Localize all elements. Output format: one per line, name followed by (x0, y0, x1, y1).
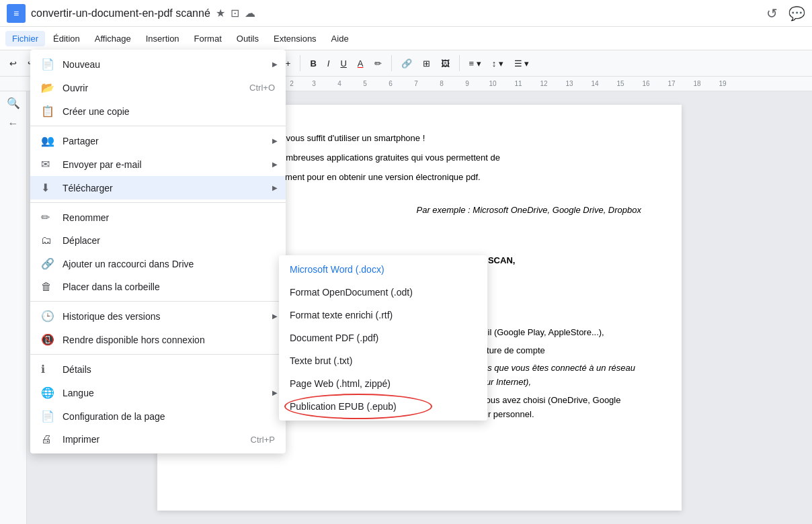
menu-imprimer[interactable]: 🖨 Imprimer Ctrl+P (30, 428, 286, 451)
corbeille-icon: 🗑 (41, 281, 54, 293)
toolbar-italic-button[interactable]: I (323, 56, 334, 71)
menu-affichage[interactable]: Affichage (88, 31, 138, 46)
toolbar-comment[interactable]: ⊞ (419, 56, 434, 71)
copie-icon: 📋 (41, 105, 54, 118)
divider3 (30, 301, 286, 302)
document-title: convertir-un-document-en-pdf scanné (31, 7, 210, 19)
menu-raccourci-drive[interactable]: 🔗 Ajouter un raccourci dans Drive (30, 252, 286, 275)
menu-insertion[interactable]: Insertion (139, 31, 186, 46)
renommer-icon: ✏ (41, 211, 54, 224)
menu-historique[interactable]: 🕒 Historique des versions (30, 304, 286, 328)
menu-envoyer-email[interactable]: ✉ Envoyer par e-mail (30, 152, 286, 176)
divider2 (30, 202, 286, 203)
toolbar-undo[interactable]: ↩ (5, 56, 21, 71)
menu-renommer[interactable]: ✏ Renommer (30, 206, 286, 229)
menu-outils[interactable]: Outils (230, 31, 266, 46)
toolbar-image[interactable]: 🖼 (437, 56, 454, 71)
menu-details[interactable]: ℹ Détails (30, 357, 286, 381)
fichier-dropdown: 📄 Nouveau 📂 Ouvrir Ctrl+O 📋 Créer une co… (30, 50, 286, 453)
deplacer-icon: 🗂 (41, 234, 54, 247)
toolbar-lists[interactable]: ☰ ▾ (510, 56, 534, 71)
submenu-txt[interactable]: Texte brut (.txt) (279, 349, 487, 372)
menu-format[interactable]: Format (188, 31, 229, 46)
menu-extensions[interactable]: Extensions (267, 31, 323, 46)
menu-creer-copie[interactable]: 📋 Créer une copie (30, 99, 286, 123)
sidebar-left: 🔍 ← (0, 91, 27, 524)
toolbar-align[interactable]: ≡ ▾ (465, 56, 485, 71)
comments-icon[interactable]: 💬 (788, 5, 805, 21)
telecharger-submenu: Microsoft Word (.docx) Format OpenDocume… (279, 255, 487, 421)
top-bar: ≡ convertir-un-document-en-pdf scanné ★ … (0, 0, 812, 27)
toolbar-highlight[interactable]: ✏ (370, 56, 386, 71)
menu-fichier[interactable]: Fichier (5, 31, 45, 46)
menu-ouvrir[interactable]: 📂 Ouvrir Ctrl+O (30, 76, 286, 99)
submenu-epub[interactable]: Publication EPUB (.epub) (279, 395, 487, 418)
imprimer-icon: 🖨 (41, 433, 54, 445)
top-right-actions: ↺ 💬 (766, 5, 805, 21)
search-icon[interactable]: 🔍 (7, 97, 20, 110)
sep4 (300, 55, 300, 71)
download-icon: ⬇ (41, 181, 54, 194)
cloud-icon[interactable]: ☁ (245, 7, 255, 19)
toolbar-bold-button[interactable]: B (306, 56, 320, 71)
submenu-rtf[interactable]: Format texte enrichi (.rtf) (279, 304, 487, 326)
menu-partager[interactable]: 👥 Partager (30, 129, 286, 152)
menu-bar: Fichier Édition Affichage Insertion Form… (0, 27, 812, 50)
menu-nouveau[interactable]: 📄 Nouveau (30, 52, 286, 76)
toolbar-font-color[interactable]: A (354, 56, 368, 71)
app-icon: ≡ (7, 4, 26, 23)
submenu-word[interactable]: Microsoft Word (.docx) (279, 258, 487, 281)
toolbar-underline-button[interactable]: U (336, 56, 350, 71)
divider4 (30, 354, 286, 355)
history-icon[interactable]: ↺ (766, 5, 778, 21)
historique-icon: 🕒 (41, 310, 54, 322)
toolbar-line-spacing[interactable]: ↕ ▾ (488, 56, 508, 71)
menu-corbeille[interactable]: 🗑 Placer dans la corbeille (30, 275, 286, 298)
star-icon[interactable]: ★ (216, 7, 225, 19)
raccourci-icon: 🔗 (41, 257, 54, 270)
menu-edition[interactable]: Édition (46, 31, 87, 46)
menu-telecharger[interactable]: ⬇ Télécharger (30, 176, 286, 200)
submenu-html[interactable]: Page Web (.html, zippé) (279, 372, 487, 395)
menu-aide[interactable]: Aide (325, 31, 356, 46)
partager-icon: 👥 (41, 134, 54, 147)
menu-langue[interactable]: 🌐 Langue (30, 381, 286, 404)
menu-hors-connexion[interactable]: 📵 Rendre disponible hors connexion (30, 328, 286, 351)
sep5 (391, 55, 392, 71)
sep6 (459, 55, 460, 71)
config-icon: 📄 (41, 410, 54, 423)
ouvrir-icon: 📂 (41, 81, 54, 94)
submenu-odt[interactable]: Format OpenDocument (.odt) (279, 281, 487, 304)
menu-deplacer[interactable]: 🗂 Déplacer (30, 229, 286, 252)
divider1 (30, 126, 286, 126)
details-icon: ℹ (41, 363, 54, 376)
email-icon: ✉ (41, 158, 54, 171)
menu-config-page[interactable]: 📄 Configuration de la page (30, 404, 286, 428)
toolbar-link[interactable]: 🔗 (397, 56, 416, 71)
hors-connexion-icon: 📵 (41, 333, 54, 346)
nouveau-icon: 📄 (41, 58, 54, 71)
langue-icon: 🌐 (41, 386, 54, 399)
submenu-pdf[interactable]: Document PDF (.pdf) (279, 326, 487, 349)
save-icon[interactable]: ⊡ (231, 7, 239, 19)
back-icon[interactable]: ← (8, 118, 19, 130)
